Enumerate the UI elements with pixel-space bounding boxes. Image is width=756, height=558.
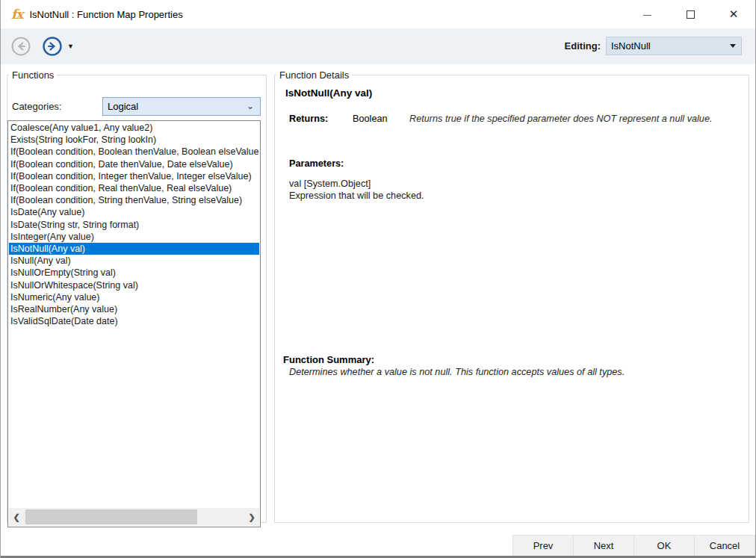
list-item[interactable]: IsNotNull(Any val)	[9, 243, 259, 255]
function-details-title: Function Details	[276, 69, 352, 81]
list-item[interactable]: IsValidSqlDate(Date date)	[9, 315, 259, 327]
list-item[interactable]: IsRealNumber(Any value)	[9, 303, 259, 315]
list-item[interactable]: If(Boolean condition, String thenValue, …	[9, 194, 259, 206]
dialog-window: fx IsNotNull : Function Map Properties ✕…	[0, 0, 756, 558]
parameter-name: val [System.Object]	[289, 179, 371, 189]
prev-button[interactable]: Prev	[512, 535, 574, 557]
list-item[interactable]: IsNullOrWhitespace(String val)	[9, 279, 259, 291]
list-item[interactable]: Exists(String lookFor, String lookIn)	[9, 134, 259, 146]
editing-value: IsNotNull	[611, 40, 651, 52]
list-item[interactable]: IsNull(Any val)	[9, 255, 259, 267]
returns-row: Returns: Boolean Returns true if the spe…	[289, 114, 713, 124]
forward-dropdown-caret[interactable]: ▼	[67, 43, 74, 50]
horizontal-scrollbar[interactable]: ❮ ❯	[9, 508, 259, 526]
cancel-button[interactable]: Cancel	[694, 535, 755, 557]
scrollbar-thumb[interactable]	[25, 509, 197, 524]
list-item[interactable]: IsDate(String str, String format)	[9, 219, 259, 231]
back-icon[interactable]	[11, 37, 31, 56]
list-item[interactable]: If(Boolean condition, Boolean thenValue,…	[9, 146, 259, 158]
scroll-right-icon[interactable]: ❯	[244, 508, 259, 526]
next-button[interactable]: Next	[573, 535, 634, 557]
list-item[interactable]: IsNullOrEmpty(String val)	[9, 267, 259, 279]
footer-buttons: PrevNextOKCancel	[513, 535, 755, 557]
toolbar: ▼ Editing: IsNotNull	[1, 28, 755, 64]
list-item[interactable]: If(Boolean condition, Date thenValue, Da…	[9, 158, 259, 170]
close-button[interactable]: ✕	[712, 0, 755, 28]
functions-title: Functions	[9, 69, 57, 81]
list-item[interactable]: IsInteger(Any value)	[9, 231, 259, 243]
editing-label: Editing:	[565, 40, 601, 52]
function-list: Coalesce(Any value1, Any value2)Exists(S…	[9, 122, 259, 327]
list-item[interactable]: If(Boolean condition, Integer thenValue,…	[9, 170, 259, 182]
returns-type: Boolean	[353, 114, 409, 124]
function-icon: fx	[11, 7, 22, 22]
list-item[interactable]: IsDate(Any value)	[9, 206, 259, 218]
chevron-down-icon: ⌄	[247, 101, 254, 111]
title-bar: fx IsNotNull : Function Map Properties ✕	[1, 0, 755, 28]
ok-button[interactable]: OK	[633, 535, 695, 557]
forward-icon[interactable]	[43, 37, 62, 56]
list-item[interactable]: If(Boolean condition, Real thenValue, Re…	[9, 182, 259, 194]
list-item[interactable]: IsNumeric(Any value)	[9, 291, 259, 303]
minimize-button[interactable]	[625, 0, 669, 28]
chevron-down-icon	[730, 44, 736, 48]
parameters-label: Parameters:	[289, 158, 344, 169]
function-signature: IsNotNull(Any val)	[285, 87, 372, 99]
returns-description: Returns true if the specified parameter …	[409, 114, 713, 124]
maximize-button[interactable]	[669, 0, 712, 28]
parameter-description: Expression that will be checked.	[289, 190, 424, 201]
categories-value: Logical	[108, 101, 138, 112]
editing-combobox[interactable]: IsNotNull	[606, 37, 742, 55]
function-listbox: Coalesce(Any value1, Any value2)Exists(S…	[7, 120, 261, 527]
categories-label: Categories:	[12, 101, 61, 112]
function-details-groupbox: Function Details IsNotNull(Any val) Retu…	[274, 69, 749, 523]
list-item[interactable]: Coalesce(Any value1, Any value2)	[9, 122, 259, 134]
function-summary-text: Determines whether a value is not null. …	[289, 367, 625, 377]
window-title: IsNotNull : Function Map Properties	[29, 9, 182, 20]
function-summary-label: Function Summary:	[283, 354, 374, 365]
returns-label: Returns:	[289, 114, 353, 124]
categories-combobox[interactable]: Logical ⌄	[102, 97, 261, 116]
window-controls: ✕	[625, 0, 755, 28]
scroll-left-icon[interactable]: ❮	[9, 508, 24, 526]
functions-groupbox: Functions Categories: Logical ⌄ Coalesce…	[7, 69, 267, 523]
scrollbar-track[interactable]	[24, 508, 244, 526]
